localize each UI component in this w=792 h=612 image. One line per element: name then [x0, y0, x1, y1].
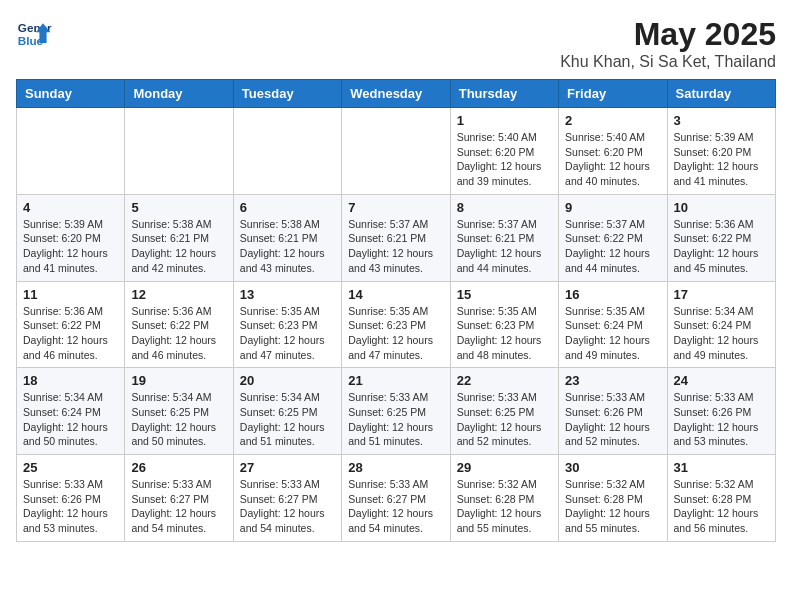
- day-info: Sunrise: 5:40 AM Sunset: 6:20 PM Dayligh…: [457, 130, 552, 189]
- calendar-cell: 4Sunrise: 5:39 AM Sunset: 6:20 PM Daylig…: [17, 194, 125, 281]
- day-number: 27: [240, 460, 335, 475]
- day-info: Sunrise: 5:39 AM Sunset: 6:20 PM Dayligh…: [23, 217, 118, 276]
- calendar-cell: 22Sunrise: 5:33 AM Sunset: 6:25 PM Dayli…: [450, 368, 558, 455]
- weekday-wednesday: Wednesday: [342, 80, 450, 108]
- day-info: Sunrise: 5:37 AM Sunset: 6:21 PM Dayligh…: [457, 217, 552, 276]
- calendar-cell: 23Sunrise: 5:33 AM Sunset: 6:26 PM Dayli…: [559, 368, 667, 455]
- day-number: 16: [565, 287, 660, 302]
- day-info: Sunrise: 5:33 AM Sunset: 6:25 PM Dayligh…: [348, 390, 443, 449]
- day-number: 13: [240, 287, 335, 302]
- day-number: 28: [348, 460, 443, 475]
- day-info: Sunrise: 5:32 AM Sunset: 6:28 PM Dayligh…: [457, 477, 552, 536]
- day-number: 7: [348, 200, 443, 215]
- weekday-thursday: Thursday: [450, 80, 558, 108]
- day-info: Sunrise: 5:33 AM Sunset: 6:27 PM Dayligh…: [131, 477, 226, 536]
- day-number: 21: [348, 373, 443, 388]
- day-info: Sunrise: 5:36 AM Sunset: 6:22 PM Dayligh…: [131, 304, 226, 363]
- day-info: Sunrise: 5:40 AM Sunset: 6:20 PM Dayligh…: [565, 130, 660, 189]
- day-info: Sunrise: 5:34 AM Sunset: 6:25 PM Dayligh…: [131, 390, 226, 449]
- day-number: 31: [674, 460, 769, 475]
- day-info: Sunrise: 5:36 AM Sunset: 6:22 PM Dayligh…: [23, 304, 118, 363]
- day-info: Sunrise: 5:35 AM Sunset: 6:24 PM Dayligh…: [565, 304, 660, 363]
- calendar-week-3: 11Sunrise: 5:36 AM Sunset: 6:22 PM Dayli…: [17, 281, 776, 368]
- calendar-cell: 8Sunrise: 5:37 AM Sunset: 6:21 PM Daylig…: [450, 194, 558, 281]
- day-number: 15: [457, 287, 552, 302]
- day-number: 17: [674, 287, 769, 302]
- day-number: 12: [131, 287, 226, 302]
- calendar-cell: 10Sunrise: 5:36 AM Sunset: 6:22 PM Dayli…: [667, 194, 775, 281]
- calendar-cell: 21Sunrise: 5:33 AM Sunset: 6:25 PM Dayli…: [342, 368, 450, 455]
- calendar-cell: 17Sunrise: 5:34 AM Sunset: 6:24 PM Dayli…: [667, 281, 775, 368]
- calendar-cell: 25Sunrise: 5:33 AM Sunset: 6:26 PM Dayli…: [17, 455, 125, 542]
- calendar-week-4: 18Sunrise: 5:34 AM Sunset: 6:24 PM Dayli…: [17, 368, 776, 455]
- day-info: Sunrise: 5:37 AM Sunset: 6:21 PM Dayligh…: [348, 217, 443, 276]
- day-number: 18: [23, 373, 118, 388]
- calendar-cell: 29Sunrise: 5:32 AM Sunset: 6:28 PM Dayli…: [450, 455, 558, 542]
- calendar-cell: 30Sunrise: 5:32 AM Sunset: 6:28 PM Dayli…: [559, 455, 667, 542]
- day-number: 2: [565, 113, 660, 128]
- day-info: Sunrise: 5:39 AM Sunset: 6:20 PM Dayligh…: [674, 130, 769, 189]
- calendar-cell: 15Sunrise: 5:35 AM Sunset: 6:23 PM Dayli…: [450, 281, 558, 368]
- calendar-cell: 24Sunrise: 5:33 AM Sunset: 6:26 PM Dayli…: [667, 368, 775, 455]
- day-info: Sunrise: 5:32 AM Sunset: 6:28 PM Dayligh…: [565, 477, 660, 536]
- day-number: 25: [23, 460, 118, 475]
- calendar-cell: 28Sunrise: 5:33 AM Sunset: 6:27 PM Dayli…: [342, 455, 450, 542]
- day-info: Sunrise: 5:34 AM Sunset: 6:24 PM Dayligh…: [674, 304, 769, 363]
- calendar-cell: [17, 108, 125, 195]
- header: General Blue May 2025 Khu Khan, Si Sa Ke…: [16, 16, 776, 71]
- day-number: 1: [457, 113, 552, 128]
- calendar-cell: 11Sunrise: 5:36 AM Sunset: 6:22 PM Dayli…: [17, 281, 125, 368]
- day-number: 8: [457, 200, 552, 215]
- calendar-cell: 13Sunrise: 5:35 AM Sunset: 6:23 PM Dayli…: [233, 281, 341, 368]
- day-number: 19: [131, 373, 226, 388]
- day-number: 24: [674, 373, 769, 388]
- calendar-cell: 9Sunrise: 5:37 AM Sunset: 6:22 PM Daylig…: [559, 194, 667, 281]
- svg-text:General: General: [18, 21, 52, 34]
- calendar-week-2: 4Sunrise: 5:39 AM Sunset: 6:20 PM Daylig…: [17, 194, 776, 281]
- day-number: 10: [674, 200, 769, 215]
- day-number: 4: [23, 200, 118, 215]
- day-info: Sunrise: 5:38 AM Sunset: 6:21 PM Dayligh…: [131, 217, 226, 276]
- calendar-cell: 3Sunrise: 5:39 AM Sunset: 6:20 PM Daylig…: [667, 108, 775, 195]
- calendar-cell: 5Sunrise: 5:38 AM Sunset: 6:21 PM Daylig…: [125, 194, 233, 281]
- day-number: 22: [457, 373, 552, 388]
- location-title: Khu Khan, Si Sa Ket, Thailand: [560, 53, 776, 71]
- title-area: May 2025 Khu Khan, Si Sa Ket, Thailand: [560, 16, 776, 71]
- day-info: Sunrise: 5:33 AM Sunset: 6:26 PM Dayligh…: [674, 390, 769, 449]
- weekday-sunday: Sunday: [17, 80, 125, 108]
- calendar-body: 1Sunrise: 5:40 AM Sunset: 6:20 PM Daylig…: [17, 108, 776, 542]
- calendar-cell: 7Sunrise: 5:37 AM Sunset: 6:21 PM Daylig…: [342, 194, 450, 281]
- day-number: 20: [240, 373, 335, 388]
- day-number: 5: [131, 200, 226, 215]
- calendar-cell: 31Sunrise: 5:32 AM Sunset: 6:28 PM Dayli…: [667, 455, 775, 542]
- calendar-cell: 1Sunrise: 5:40 AM Sunset: 6:20 PM Daylig…: [450, 108, 558, 195]
- logo: General Blue: [16, 16, 52, 52]
- day-info: Sunrise: 5:38 AM Sunset: 6:21 PM Dayligh…: [240, 217, 335, 276]
- calendar-cell: 14Sunrise: 5:35 AM Sunset: 6:23 PM Dayli…: [342, 281, 450, 368]
- day-info: Sunrise: 5:32 AM Sunset: 6:28 PM Dayligh…: [674, 477, 769, 536]
- calendar-cell: [125, 108, 233, 195]
- day-number: 11: [23, 287, 118, 302]
- day-number: 26: [131, 460, 226, 475]
- day-number: 29: [457, 460, 552, 475]
- calendar-cell: [342, 108, 450, 195]
- day-info: Sunrise: 5:33 AM Sunset: 6:27 PM Dayligh…: [240, 477, 335, 536]
- day-number: 9: [565, 200, 660, 215]
- logo-icon: General Blue: [16, 16, 52, 52]
- weekday-friday: Friday: [559, 80, 667, 108]
- month-title: May 2025: [560, 16, 776, 53]
- day-info: Sunrise: 5:35 AM Sunset: 6:23 PM Dayligh…: [240, 304, 335, 363]
- weekday-saturday: Saturday: [667, 80, 775, 108]
- weekday-tuesday: Tuesday: [233, 80, 341, 108]
- day-number: 23: [565, 373, 660, 388]
- day-info: Sunrise: 5:35 AM Sunset: 6:23 PM Dayligh…: [457, 304, 552, 363]
- day-number: 14: [348, 287, 443, 302]
- day-info: Sunrise: 5:34 AM Sunset: 6:24 PM Dayligh…: [23, 390, 118, 449]
- day-info: Sunrise: 5:33 AM Sunset: 6:27 PM Dayligh…: [348, 477, 443, 536]
- calendar-cell: 18Sunrise: 5:34 AM Sunset: 6:24 PM Dayli…: [17, 368, 125, 455]
- day-number: 30: [565, 460, 660, 475]
- calendar-table: SundayMondayTuesdayWednesdayThursdayFrid…: [16, 79, 776, 542]
- calendar-cell: 16Sunrise: 5:35 AM Sunset: 6:24 PM Dayli…: [559, 281, 667, 368]
- calendar-cell: 27Sunrise: 5:33 AM Sunset: 6:27 PM Dayli…: [233, 455, 341, 542]
- calendar-cell: [233, 108, 341, 195]
